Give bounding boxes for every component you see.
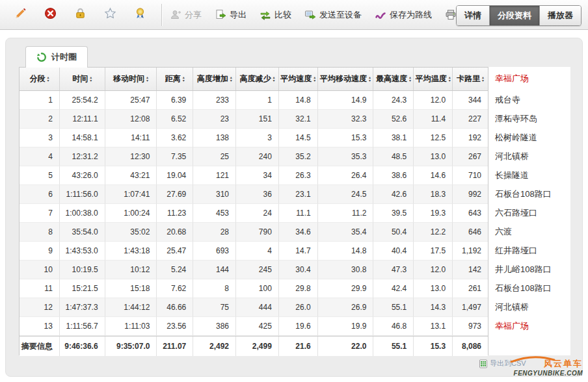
route-squiggle-icon [375, 9, 386, 21]
cell: 646 [453, 223, 488, 242]
sort-icon: ▴▾ [47, 76, 49, 83]
cell: 24.3 [373, 91, 414, 110]
star-button[interactable] [103, 8, 117, 22]
save-as-route-label: 保存为路线 [390, 9, 432, 21]
send-to-device-button[interactable]: 发送至设备 [304, 9, 362, 21]
column-header[interactable]: 移动时间▴▾ [105, 68, 157, 90]
cell: 27.69 [157, 185, 193, 204]
place-name: 戒台寺 [495, 90, 570, 109]
cell: 19.04 [157, 166, 193, 185]
cell: 26.4 [318, 166, 374, 185]
column-header[interactable]: 距离▴▾ [157, 68, 193, 90]
column-header[interactable]: 时间▴▾ [60, 68, 105, 90]
cell: 26.9 [318, 298, 374, 317]
lap-refresh-icon [36, 52, 47, 62]
cell: 11.2 [318, 204, 374, 223]
column-header-label: 距离 [165, 73, 181, 84]
cell: 25 [193, 147, 236, 166]
cell: 2,492 [193, 337, 236, 356]
delete-button[interactable] [43, 8, 57, 22]
cell: 14:58.1 [60, 129, 105, 147]
place-column: 幸福广场戒台寺潭柘寺环岛松树岭隧道河北镇桥长操隧道石板台108路口六石路垭口六渡… [488, 67, 570, 355]
cell: 8 [193, 279, 236, 298]
tab-laps-label: 计时圈 [51, 51, 77, 63]
sort-icon: ▴▾ [449, 76, 451, 83]
laps-table-wrap: 分段▴▾时间▴▾移动时间▴▾距离▴▾高度增加▴▾高度减少▴▾平均速度▴▾平均移动… [19, 67, 570, 355]
place-name: 六石路垭口 [495, 203, 570, 222]
lock-button[interactable] [73, 8, 87, 22]
cell: 23.1 [279, 185, 318, 204]
cell: 22.0 [318, 337, 374, 356]
column-header[interactable]: 平均速度▴▾ [279, 68, 318, 90]
cell: 1:43:18 [105, 242, 157, 261]
column-header[interactable]: 高度增加▴▾ [193, 68, 236, 90]
cell: 8 [20, 223, 60, 242]
cell: 444 [236, 298, 279, 317]
cell: 1:00:38.0 [60, 204, 105, 223]
cell: 4 [236, 242, 279, 261]
cell: 43:21 [105, 166, 157, 185]
column-header[interactable]: 平均移动速度▴▾ [318, 68, 374, 90]
cell: 1 [236, 91, 279, 110]
cell: 19.6 [279, 317, 318, 336]
footer-logo: 导出到CSV 风云单车 FENGYUNBIKE.COM [479, 357, 583, 381]
cell: 211.07 [157, 337, 193, 356]
place-name: 井儿峪108路口 [495, 260, 570, 279]
cell: 24.5 [318, 185, 374, 204]
cell: 48.5 [373, 147, 414, 166]
tab-details-button[interactable]: 详情 [457, 6, 489, 25]
tab-splits-button[interactable]: 分段资料 [489, 6, 539, 25]
cell: 7.35 [157, 147, 193, 166]
cell: 47.3 [373, 261, 414, 279]
compare-button[interactable]: 比较 [260, 9, 291, 21]
cell: 138 [193, 129, 236, 147]
toolbar-divider [161, 4, 162, 26]
save-as-route-button[interactable]: 保存为路线 [375, 9, 432, 21]
place-name: 河北镇桥 [495, 298, 570, 316]
place-header: 幸福广场 [495, 67, 570, 90]
cell: 9:46:36.6 [60, 337, 105, 356]
export-button[interactable]: 导出 [215, 9, 247, 21]
column-header-label: 时间 [72, 73, 88, 84]
medal-button[interactable] [133, 8, 147, 22]
column-header[interactable]: 高度减少▴▾ [236, 68, 279, 90]
toolbar-icon-group [7, 8, 154, 22]
cell: 144 [193, 261, 236, 279]
table-row: 1010:19.510:125.2414424530.430.847.312.0… [20, 261, 488, 279]
cell: 425 [236, 317, 279, 336]
cell: 12.0 [414, 91, 453, 110]
cell: 344 [453, 91, 488, 110]
column-header[interactable]: 分段▴▾ [20, 68, 60, 90]
cell: 34.6 [279, 223, 318, 242]
cell: 26.0 [279, 298, 318, 317]
table-row: 212:11.112:086.522315132.132.352.611.422… [20, 110, 488, 129]
table-row: 412:31.212:307.352524035.235.348.513.026… [20, 147, 488, 166]
tab-player-button[interactable]: 播放器 [539, 6, 581, 25]
cell: 13.1 [414, 317, 453, 336]
cell: 142 [453, 261, 488, 279]
place-name: 幸福广场 [495, 316, 570, 335]
column-header-label: 卡路里 [457, 73, 480, 84]
column-header[interactable]: 卡路里▴▾ [453, 68, 488, 90]
pencil-icon [14, 7, 27, 22]
cell: 32.3 [318, 110, 374, 129]
cell: 151 [236, 110, 279, 129]
column-header[interactable]: 平均温度▴▾ [414, 68, 453, 90]
cell: 35.3 [318, 147, 374, 166]
cell: 35:54.0 [60, 223, 105, 242]
cell: 2,499 [236, 337, 279, 356]
tab-laps[interactable]: 计时圈 [25, 46, 88, 68]
toolbar-action-group: 分享 导出 比较 发送至设备 保存为路线 [170, 9, 477, 21]
column-header-label: 平均移动速度 [320, 73, 367, 84]
medal-icon [134, 7, 146, 22]
cell: 710 [453, 166, 488, 185]
edit-button[interactable] [13, 8, 27, 22]
table-row: 61:11:56.01:07:4127.693103623.124.542.61… [20, 185, 488, 204]
brand-watermark: 风云单车 FENGYUNBIKE.COM [497, 357, 583, 377]
cell: 11.4 [414, 110, 453, 129]
table-row: 835:54.035:0220.682879034.635.450.412.26… [20, 223, 488, 242]
device-arrow-icon [304, 9, 316, 21]
place-name: 河北镇桥 [495, 147, 570, 166]
column-header[interactable]: 最高速度▴▾ [373, 68, 414, 90]
share-button[interactable]: 分享 [170, 9, 202, 21]
